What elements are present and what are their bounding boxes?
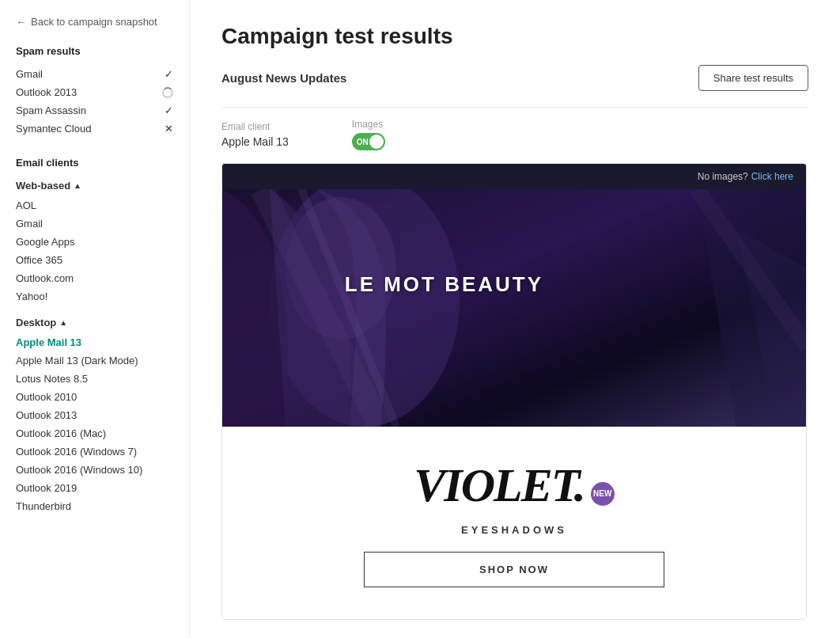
email-client-outlook-2019[interactable]: Outlook 2019 (16, 479, 173, 497)
divider (221, 107, 808, 108)
check-icon: ✓ (165, 68, 173, 80)
banner-image (222, 189, 806, 427)
spam-item-outlook2013: Outlook 2013 (16, 83, 173, 101)
email-client-aol[interactable]: AOL (16, 196, 173, 215)
spam-item-label: Outlook 2013 (16, 86, 77, 98)
page-title: Campaign test results (221, 24, 808, 49)
email-client-thunderbird[interactable]: Thunderbird (16, 497, 173, 515)
desktop-label: Desktop (16, 317, 56, 328)
campaign-header: August News Updates Share test results (221, 65, 808, 91)
email-clients-section: Email clients Web-based ▲ AOL Gmail Goog… (16, 157, 173, 515)
email-client-apple-mail-13[interactable]: Apple Mail 13 (16, 333, 173, 351)
spam-item-label: Symantec Cloud (16, 123, 91, 135)
desktop-section: Desktop ▲ (16, 317, 173, 328)
email-clients-title: Email clients (16, 157, 173, 169)
violet-title: VIOLET. (414, 458, 585, 513)
banner-title: LE MOT BEAUTY (345, 272, 543, 297)
images-toggle[interactable]: ON (352, 133, 385, 150)
no-images-text: No images? (698, 171, 748, 182)
chevron-up-icon: ▲ (74, 181, 81, 190)
spam-item-gmail: Gmail ✓ (16, 65, 173, 83)
web-based-label: Web-based (16, 180, 70, 192)
sidebar: ← Back to campaign snapshot Spam results… (0, 0, 190, 638)
arrow-left-icon: ← (16, 16, 26, 28)
spam-item-symantec: Symantec Cloud ✕ (16, 120, 173, 138)
back-link[interactable]: ← Back to campaign snapshot (16, 16, 173, 28)
toggle-on-label: ON (357, 138, 369, 146)
loading-icon (162, 87, 173, 98)
email-client-outlook-2016-win7[interactable]: Outlook 2016 (Windows 7) (16, 442, 173, 461)
email-client-meta: Email client Apple Mail 13 (221, 121, 289, 148)
email-client-google-apps[interactable]: Google Apps (16, 233, 173, 251)
web-based-section: Web-based ▲ (16, 180, 173, 192)
email-client-label: Email client (221, 121, 289, 132)
images-toggle-group: Images ON (352, 119, 385, 150)
x-icon: ✕ (165, 123, 173, 135)
email-client-outlook-2016-win10[interactable]: Outlook 2016 (Windows 10) (16, 461, 173, 479)
violet-title-group: VIOLET. NEW (414, 458, 614, 518)
email-preview-container: No images? Click here (221, 163, 807, 620)
click-here-link[interactable]: Click here (751, 171, 793, 182)
main-content: Campaign test results August News Update… (190, 0, 840, 638)
spam-item-label: Spam Assassin (16, 104, 86, 116)
email-client-lotus-notes[interactable]: Lotus Notes 8.5 (16, 370, 173, 388)
email-client-gmail[interactable]: Gmail (16, 215, 173, 233)
email-client-yahoo[interactable]: Yahoo! (16, 287, 173, 306)
shop-now-button[interactable]: SHOP NOW (364, 552, 664, 587)
email-client-outlook-com[interactable]: Outlook.com (16, 269, 173, 287)
email-client-outlook-2016-mac[interactable]: Outlook 2016 (Mac) (16, 424, 173, 442)
email-client-value: Apple Mail 13 (221, 135, 289, 148)
email-banner: LE MOT BEAUTY (222, 189, 806, 427)
spam-results-title: Spam results (16, 45, 173, 57)
share-test-results-button[interactable]: Share test results (698, 65, 808, 91)
chevron-up-icon: ▲ (59, 318, 67, 327)
back-link-label: Back to campaign snapshot (31, 16, 157, 28)
email-client-outlook-2010[interactable]: Outlook 2010 (16, 388, 173, 406)
email-body: VIOLET. NEW EYESHADOWS SHOP NOW (222, 427, 806, 619)
email-meta: Email client Apple Mail 13 Images ON (221, 119, 808, 150)
email-client-outlook-2013[interactable]: Outlook 2013 (16, 406, 173, 424)
spam-results-section: Spam results Gmail ✓ Outlook 2013 Spam A… (16, 45, 173, 138)
new-badge: NEW (591, 482, 615, 506)
spam-item-spamassassin: Spam Assassin ✓ (16, 101, 173, 120)
spam-item-label: Gmail (16, 68, 43, 80)
images-label: Images (352, 119, 385, 130)
check-icon: ✓ (165, 104, 173, 116)
email-client-office365[interactable]: Office 365 (16, 251, 173, 269)
eyeshadows-text: EYESHADOWS (254, 524, 774, 536)
email-client-apple-mail-13-dark[interactable]: Apple Mail 13 (Dark Mode) (16, 351, 173, 370)
toggle-thumb (369, 135, 384, 149)
email-preview-header: No images? Click here (222, 164, 806, 189)
campaign-name: August News Updates (221, 71, 346, 85)
